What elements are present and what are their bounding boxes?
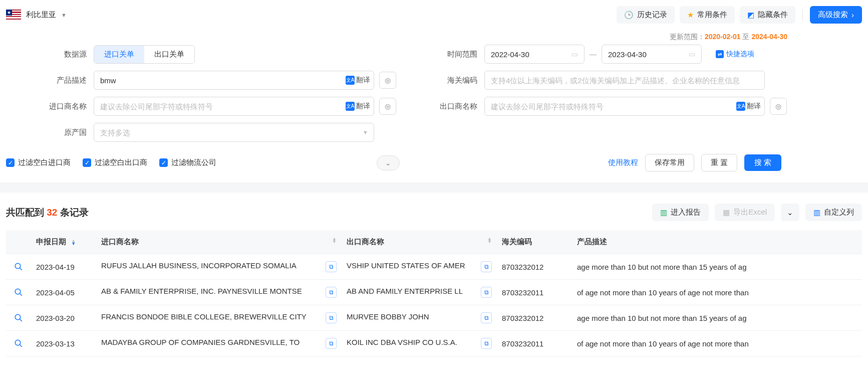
date-from-input[interactable]: 2022-04-30 ▭ bbox=[484, 45, 585, 64]
cell-date: 2023-03-13 bbox=[31, 331, 96, 356]
product-label: 产品描述 bbox=[6, 76, 94, 85]
custom-columns-button[interactable]: ▥ 自定义列 bbox=[805, 204, 862, 221]
exporter-input[interactable] bbox=[484, 97, 765, 116]
importer-label: 进口商名称 bbox=[6, 102, 94, 111]
sort-icon: ▲▼ bbox=[71, 239, 76, 245]
checkbox-icon: ✓ bbox=[159, 158, 168, 167]
table-header-row: 申报日期 ▲▼ 进口商名称 ▲▼ 出口商名称 ▲▼ 海关编码 产品描述 bbox=[6, 230, 862, 254]
sort-icon: ▲▼ bbox=[332, 237, 337, 243]
reset-button[interactable]: 重 置 bbox=[701, 154, 737, 171]
cell-hs: 8703232011 bbox=[497, 280, 572, 305]
save-favorite-button[interactable]: 保存常用 bbox=[645, 154, 694, 171]
filter-empty-importer-checkbox[interactable]: ✓ 过滤空白进口商 bbox=[6, 158, 71, 167]
collapse-button[interactable]: ⌄ bbox=[377, 155, 400, 170]
copy-button[interactable]: ⧉ bbox=[481, 312, 492, 323]
importer-input[interactable] bbox=[94, 97, 374, 116]
copy-button[interactable]: ⧉ bbox=[326, 261, 337, 272]
translate-button[interactable]: 文A 翻译 bbox=[736, 102, 761, 111]
col-importer-header[interactable]: 进口商名称 ▲▼ bbox=[96, 230, 342, 254]
copy-button[interactable]: ⧉ bbox=[326, 287, 337, 298]
calendar-icon: ▭ bbox=[571, 50, 578, 58]
search-button[interactable]: 搜 索 bbox=[744, 154, 781, 171]
cell-hs: 8703232012 bbox=[497, 254, 572, 280]
svg-line-7 bbox=[20, 344, 22, 347]
chevron-down-icon: ⌄ bbox=[787, 208, 793, 217]
cell-desc: age more than 10 but not more than 15 ye… bbox=[572, 305, 862, 331]
svg-point-0 bbox=[15, 263, 21, 269]
col-date-header[interactable]: 申报日期 ▲▼ bbox=[31, 230, 96, 254]
hidden-label: 隐藏条件 bbox=[758, 10, 788, 20]
cell-importer: MADAYBA GROUP OF COMPANIES GARDNESVILLE,… bbox=[96, 331, 342, 356]
chevron-down-icon: ▼ bbox=[61, 12, 67, 18]
columns-icon: ▥ bbox=[813, 208, 820, 217]
timerange-label: 时间范围 bbox=[397, 50, 484, 59]
svg-line-3 bbox=[20, 293, 22, 296]
hidden-conditions-button[interactable]: ◩ 隐藏条件 bbox=[740, 6, 795, 24]
quick-options-link[interactable]: ⇄ 快捷选项 bbox=[716, 50, 754, 59]
chevron-down-icon: ⌄ bbox=[385, 159, 391, 167]
cell-exporter: VSHIP UNITED STATES OF AMER⧉ bbox=[342, 254, 497, 280]
calendar-icon: ▭ bbox=[689, 50, 695, 58]
checkbox-icon: ✓ bbox=[83, 158, 91, 167]
chevron-down-icon: ▼ bbox=[363, 129, 368, 135]
copy-button[interactable]: ⧉ bbox=[326, 312, 337, 323]
view-detail-button[interactable] bbox=[11, 262, 26, 271]
history-label: 历史记录 bbox=[637, 10, 667, 20]
history-icon: 🕒 bbox=[624, 11, 634, 20]
excel-icon: ▦ bbox=[723, 208, 730, 217]
country-name: 利比里亚 bbox=[26, 10, 56, 20]
export-excel-button[interactable]: ▦ 导出Excel bbox=[715, 204, 775, 221]
flag-icon bbox=[6, 10, 21, 21]
translate-button[interactable]: 文A 翻译 bbox=[346, 76, 370, 85]
copy-button[interactable]: ⧉ bbox=[481, 261, 492, 272]
svg-point-2 bbox=[15, 289, 21, 294]
copy-button[interactable]: ⧉ bbox=[481, 338, 492, 349]
date-to-input[interactable]: 2023-04-30 ▭ bbox=[602, 45, 702, 64]
svg-point-4 bbox=[15, 314, 21, 320]
exporter-label: 出口商名称 bbox=[397, 102, 484, 111]
precise-match-button[interactable]: ◎ bbox=[379, 98, 396, 115]
tutorial-link[interactable]: 使用教程 bbox=[608, 158, 638, 167]
export-dropdown-button[interactable]: ⌄ bbox=[781, 204, 799, 221]
origin-label: 原产国 bbox=[6, 128, 94, 137]
filter-logistics-checkbox[interactable]: ✓ 过滤物流公司 bbox=[159, 158, 216, 167]
cell-desc: of age not more than 10 years of age not… bbox=[572, 331, 862, 356]
copy-button[interactable]: ⧉ bbox=[481, 287, 492, 298]
enter-report-button[interactable]: ▥ 进入报告 bbox=[652, 204, 709, 221]
cell-hs: 8703232012 bbox=[497, 305, 572, 331]
divider bbox=[802, 9, 803, 21]
table-row: 2023-04-19RUFUS JALLAH BUSINESS, INCORPO… bbox=[6, 254, 862, 280]
product-input[interactable] bbox=[94, 71, 374, 90]
cell-importer: RUFUS JALLAH BUSINESS, INCORPORATED SOMA… bbox=[96, 254, 342, 280]
country-selector[interactable]: 利比里亚 ▼ bbox=[6, 10, 67, 21]
view-detail-button[interactable] bbox=[11, 288, 26, 297]
cell-desc: of age not more than 10 years of age not… bbox=[572, 280, 862, 305]
hscode-input[interactable] bbox=[484, 71, 765, 90]
view-detail-button[interactable] bbox=[11, 339, 26, 348]
checkbox-icon: ✓ bbox=[6, 158, 15, 167]
advanced-search-button[interactable]: 高级搜索 › bbox=[810, 6, 862, 24]
favorites-label: 常用条件 bbox=[697, 10, 727, 20]
chevron-right-icon: › bbox=[851, 11, 854, 19]
datasource-segment: 进口关单 出口关单 bbox=[94, 45, 195, 64]
favorites-button[interactable]: ★ 常用条件 bbox=[680, 6, 735, 24]
view-detail-button[interactable] bbox=[11, 313, 26, 322]
col-exporter-header[interactable]: 出口商名称 ▲▼ bbox=[342, 230, 497, 254]
hidden-icon: ◩ bbox=[747, 11, 754, 20]
precise-match-button[interactable]: ◎ bbox=[770, 98, 787, 115]
datasource-import-option[interactable]: 进口关单 bbox=[94, 46, 144, 63]
cell-hs: 8703232011 bbox=[497, 331, 572, 356]
date-separator: — bbox=[590, 50, 597, 58]
origin-select[interactable] bbox=[94, 123, 374, 142]
translate-button[interactable]: 文A 翻译 bbox=[346, 102, 370, 111]
datasource-export-option[interactable]: 出口关单 bbox=[144, 46, 194, 63]
filter-empty-exporter-checkbox[interactable]: ✓ 过滤空白出口商 bbox=[83, 158, 147, 167]
svg-point-6 bbox=[15, 340, 21, 345]
history-button[interactable]: 🕒 历史记录 bbox=[617, 6, 675, 24]
target-icon: ◎ bbox=[775, 102, 781, 110]
cell-exporter: MURVEE BOBBY JOHN⧉ bbox=[342, 305, 497, 331]
copy-button[interactable]: ⧉ bbox=[326, 338, 337, 349]
precise-match-button[interactable]: ◎ bbox=[379, 72, 396, 89]
cell-exporter: AB AND FAMILY ENTERPRISE LL⧉ bbox=[342, 280, 497, 305]
report-icon: ▥ bbox=[660, 208, 667, 217]
